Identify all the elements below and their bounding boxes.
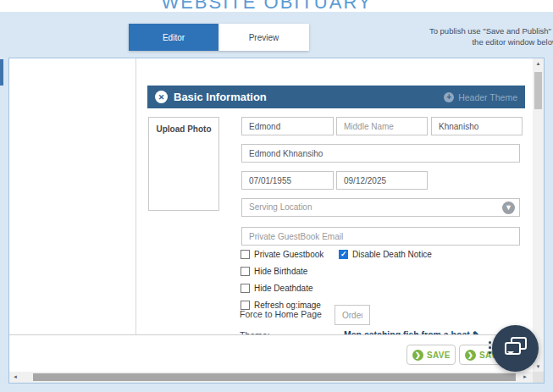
save-button[interactable]: ❯ SAVE [406, 345, 456, 365]
guestbook-email-input[interactable] [241, 227, 520, 246]
checkbox-hide-deathdate[interactable]: Hide Deathdate [241, 284, 313, 293]
checkbox-hide-birthdate[interactable]: Hide Birthdate [241, 267, 307, 276]
birth-date-input[interactable] [241, 171, 334, 190]
serving-location-placeholder: Serving Location [249, 202, 312, 212]
checkbox-icon [241, 267, 250, 276]
checkbox-label: Hide Birthdate [254, 267, 307, 276]
theme-value: Men catching fish from a boat [344, 329, 470, 335]
theme-link[interactable]: Men catching fish from a boat ✎ [344, 329, 480, 335]
horizontal-scrollbar[interactable]: ◄ ► [9, 372, 533, 383]
display-name-input[interactable] [241, 144, 520, 163]
scroll-left-arrow[interactable]: ◄ [10, 372, 20, 383]
vertical-scrollbar[interactable]: ▲ ▼ [533, 58, 544, 372]
basic-information-header: ✕ Basic Information + Header Theme [147, 86, 525, 108]
checkbox-label: Hide Deathdate [254, 284, 313, 293]
publish-instructions-line2: the editor window below. [399, 36, 553, 47]
checkbox-checked-icon [339, 250, 348, 259]
upload-photo-box[interactable]: Upload Photo [148, 117, 219, 211]
first-name-input[interactable] [241, 117, 334, 135]
save-publish-arrow-icon: ❯ [465, 350, 476, 361]
middle-name-input[interactable] [336, 117, 428, 135]
checkbox-icon [241, 250, 250, 259]
save-button-row: ❯ SAVE ❯ SAVE & PUBLISH [9, 336, 533, 372]
upload-photo-label: Upload Photo [157, 124, 212, 134]
scroll-up-arrow[interactable]: ▲ [533, 58, 544, 69]
save-arrow-icon: ❯ [412, 350, 423, 361]
scroll-down-arrow[interactable]: ▼ [533, 362, 544, 372]
collapse-section-icon[interactable]: ✕ [155, 91, 168, 103]
editor-scroll-region: ✕ Basic Information + Header Theme Uploa… [9, 58, 533, 335]
chat-widget-button[interactable] [492, 325, 539, 372]
tab-preview-label: Preview [249, 33, 279, 42]
checkbox-label: Private Guestbook [254, 250, 324, 259]
last-name-input[interactable] [431, 117, 523, 135]
header-theme-label: Header Theme [458, 92, 517, 102]
scrollbar-corner [533, 372, 544, 383]
editor-window: ✕ Basic Information + Header Theme Uploa… [8, 58, 545, 384]
tab-editor[interactable]: Editor [129, 24, 218, 51]
checkbox-label: Disable Death Notice [352, 250, 432, 259]
order-input[interactable] [335, 305, 370, 325]
force-home-page-label: Force to Home Page [240, 309, 322, 319]
section-title: Basic Information [174, 91, 267, 103]
checkbox-icon [241, 284, 250, 293]
publish-instructions: To publish use "Save and Publish" in the… [399, 25, 553, 47]
page-title: WEBSITE OBITUARY [127, 0, 406, 14]
save-button-label: SAVE [427, 351, 451, 360]
chevron-down-icon: ▼ [502, 202, 515, 214]
horizontal-scrollbar-thumb[interactable] [33, 373, 516, 381]
scroll-right-arrow[interactable]: ► [520, 372, 530, 383]
theme-label: Theme: [240, 330, 270, 335]
publish-instructions-line1: To publish use "Save and Publish" in [399, 25, 553, 36]
edit-pencil-icon: ✎ [473, 329, 480, 335]
tab-preview[interactable]: Preview [218, 24, 309, 51]
empty-side-panel [9, 58, 136, 335]
serving-location-select[interactable]: Serving Location ▼ [241, 198, 520, 217]
tab-editor-label: Editor [163, 33, 185, 42]
death-date-input[interactable] [336, 171, 428, 190]
checkbox-disable-death-notice[interactable]: Disable Death Notice [339, 250, 432, 259]
checkbox-private-guestbook[interactable]: Private Guestbook [241, 250, 324, 259]
header-theme-button[interactable]: + Header Theme [444, 92, 517, 102]
left-edge-tab[interactable] [0, 59, 3, 86]
plus-circle-icon: + [444, 92, 454, 102]
chat-bubble-icon [505, 342, 521, 355]
vertical-scrollbar-thumb[interactable] [534, 72, 542, 109]
